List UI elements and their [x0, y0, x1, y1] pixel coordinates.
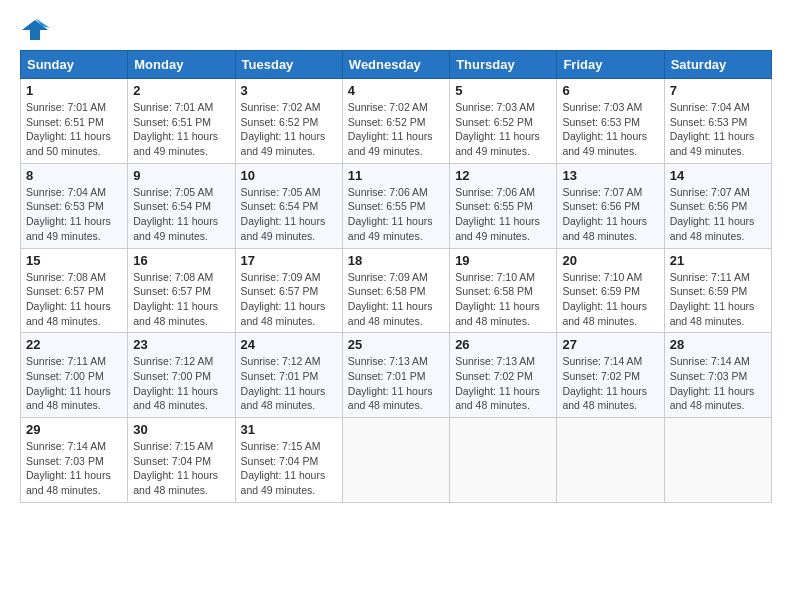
day-number: 7 — [670, 83, 766, 98]
day-info: Sunrise: 7:06 AM Sunset: 6:55 PM Dayligh… — [455, 185, 551, 244]
daylight-label: Daylight: 11 hoursand 49 minutes. — [670, 130, 755, 157]
calendar-week-row: 1 Sunrise: 7:01 AM Sunset: 6:51 PM Dayli… — [21, 79, 772, 164]
calendar-day-cell: 28 Sunrise: 7:14 AM Sunset: 7:03 PM Dayl… — [664, 333, 771, 418]
daylight-label: Daylight: 11 hoursand 49 minutes. — [133, 215, 218, 242]
day-info: Sunrise: 7:05 AM Sunset: 6:54 PM Dayligh… — [241, 185, 337, 244]
sunset-label: Sunset: 7:03 PM — [670, 370, 748, 382]
day-info: Sunrise: 7:03 AM Sunset: 6:53 PM Dayligh… — [562, 100, 658, 159]
calendar-header-row: SundayMondayTuesdayWednesdayThursdayFrid… — [21, 51, 772, 79]
day-info: Sunrise: 7:07 AM Sunset: 6:56 PM Dayligh… — [562, 185, 658, 244]
day-info: Sunrise: 7:12 AM Sunset: 7:01 PM Dayligh… — [241, 354, 337, 413]
sunrise-label: Sunrise: 7:01 AM — [26, 101, 106, 113]
day-info: Sunrise: 7:11 AM Sunset: 7:00 PM Dayligh… — [26, 354, 122, 413]
calendar-day-cell: 15 Sunrise: 7:08 AM Sunset: 6:57 PM Dayl… — [21, 248, 128, 333]
sunrise-label: Sunrise: 7:14 AM — [26, 440, 106, 452]
sunrise-label: Sunrise: 7:15 AM — [133, 440, 213, 452]
daylight-label: Daylight: 11 hoursand 48 minutes. — [133, 385, 218, 412]
day-number: 15 — [26, 253, 122, 268]
calendar-day-cell: 5 Sunrise: 7:03 AM Sunset: 6:52 PM Dayli… — [450, 79, 557, 164]
calendar-day-cell: 13 Sunrise: 7:07 AM Sunset: 6:56 PM Dayl… — [557, 163, 664, 248]
day-number: 20 — [562, 253, 658, 268]
sunrise-label: Sunrise: 7:05 AM — [241, 186, 321, 198]
sunrise-label: Sunrise: 7:08 AM — [133, 271, 213, 283]
day-number: 27 — [562, 337, 658, 352]
day-info: Sunrise: 7:02 AM Sunset: 6:52 PM Dayligh… — [241, 100, 337, 159]
daylight-label: Daylight: 11 hoursand 48 minutes. — [455, 300, 540, 327]
day-info: Sunrise: 7:13 AM Sunset: 7:02 PM Dayligh… — [455, 354, 551, 413]
daylight-label: Daylight: 11 hoursand 48 minutes. — [562, 300, 647, 327]
day-info: Sunrise: 7:15 AM Sunset: 7:04 PM Dayligh… — [241, 439, 337, 498]
day-info: Sunrise: 7:04 AM Sunset: 6:53 PM Dayligh… — [26, 185, 122, 244]
day-number: 10 — [241, 168, 337, 183]
calendar-day-cell: 31 Sunrise: 7:15 AM Sunset: 7:04 PM Dayl… — [235, 418, 342, 503]
daylight-label: Daylight: 11 hoursand 49 minutes. — [133, 130, 218, 157]
sunrise-label: Sunrise: 7:02 AM — [241, 101, 321, 113]
day-info: Sunrise: 7:02 AM Sunset: 6:52 PM Dayligh… — [348, 100, 444, 159]
daylight-label: Daylight: 11 hoursand 48 minutes. — [670, 215, 755, 242]
logo-icon — [20, 16, 50, 44]
day-info: Sunrise: 7:09 AM Sunset: 6:58 PM Dayligh… — [348, 270, 444, 329]
sunset-label: Sunset: 6:56 PM — [670, 200, 748, 212]
day-number: 4 — [348, 83, 444, 98]
calendar-day-cell: 2 Sunrise: 7:01 AM Sunset: 6:51 PM Dayli… — [128, 79, 235, 164]
col-header-monday: Monday — [128, 51, 235, 79]
daylight-label: Daylight: 11 hoursand 48 minutes. — [241, 300, 326, 327]
sunset-label: Sunset: 6:52 PM — [348, 116, 426, 128]
empty-cell — [342, 418, 449, 503]
calendar-day-cell: 24 Sunrise: 7:12 AM Sunset: 7:01 PM Dayl… — [235, 333, 342, 418]
day-info: Sunrise: 7:04 AM Sunset: 6:53 PM Dayligh… — [670, 100, 766, 159]
sunrise-label: Sunrise: 7:01 AM — [133, 101, 213, 113]
calendar-day-cell: 19 Sunrise: 7:10 AM Sunset: 6:58 PM Dayl… — [450, 248, 557, 333]
sunset-label: Sunset: 7:01 PM — [241, 370, 319, 382]
calendar-day-cell: 20 Sunrise: 7:10 AM Sunset: 6:59 PM Dayl… — [557, 248, 664, 333]
sunrise-label: Sunrise: 7:14 AM — [670, 355, 750, 367]
col-header-thursday: Thursday — [450, 51, 557, 79]
day-info: Sunrise: 7:08 AM Sunset: 6:57 PM Dayligh… — [133, 270, 229, 329]
sunset-label: Sunset: 6:58 PM — [455, 285, 533, 297]
calendar-day-cell: 25 Sunrise: 7:13 AM Sunset: 7:01 PM Dayl… — [342, 333, 449, 418]
sunrise-label: Sunrise: 7:10 AM — [562, 271, 642, 283]
sunrise-label: Sunrise: 7:06 AM — [348, 186, 428, 198]
calendar-week-row: 29 Sunrise: 7:14 AM Sunset: 7:03 PM Dayl… — [21, 418, 772, 503]
svg-marker-0 — [22, 20, 48, 40]
sunset-label: Sunset: 7:04 PM — [133, 455, 211, 467]
daylight-label: Daylight: 11 hoursand 48 minutes. — [562, 215, 647, 242]
sunrise-label: Sunrise: 7:12 AM — [241, 355, 321, 367]
col-header-tuesday: Tuesday — [235, 51, 342, 79]
day-number: 2 — [133, 83, 229, 98]
calendar-day-cell: 12 Sunrise: 7:06 AM Sunset: 6:55 PM Dayl… — [450, 163, 557, 248]
daylight-label: Daylight: 11 hoursand 49 minutes. — [348, 215, 433, 242]
sunrise-label: Sunrise: 7:06 AM — [455, 186, 535, 198]
sunset-label: Sunset: 6:51 PM — [133, 116, 211, 128]
sunrise-label: Sunrise: 7:07 AM — [562, 186, 642, 198]
sunset-label: Sunset: 6:52 PM — [241, 116, 319, 128]
calendar-day-cell: 7 Sunrise: 7:04 AM Sunset: 6:53 PM Dayli… — [664, 79, 771, 164]
day-info: Sunrise: 7:05 AM Sunset: 6:54 PM Dayligh… — [133, 185, 229, 244]
day-info: Sunrise: 7:13 AM Sunset: 7:01 PM Dayligh… — [348, 354, 444, 413]
calendar-day-cell: 14 Sunrise: 7:07 AM Sunset: 6:56 PM Dayl… — [664, 163, 771, 248]
sunrise-label: Sunrise: 7:09 AM — [241, 271, 321, 283]
daylight-label: Daylight: 11 hoursand 50 minutes. — [26, 130, 111, 157]
day-number: 8 — [26, 168, 122, 183]
sunset-label: Sunset: 7:00 PM — [26, 370, 104, 382]
day-number: 29 — [26, 422, 122, 437]
daylight-label: Daylight: 11 hoursand 48 minutes. — [26, 385, 111, 412]
calendar-day-cell: 3 Sunrise: 7:02 AM Sunset: 6:52 PM Dayli… — [235, 79, 342, 164]
daylight-label: Daylight: 11 hoursand 48 minutes. — [670, 385, 755, 412]
calendar-day-cell: 30 Sunrise: 7:15 AM Sunset: 7:04 PM Dayl… — [128, 418, 235, 503]
sunrise-label: Sunrise: 7:04 AM — [26, 186, 106, 198]
sunrise-label: Sunrise: 7:02 AM — [348, 101, 428, 113]
daylight-label: Daylight: 11 hoursand 49 minutes. — [455, 215, 540, 242]
calendar-day-cell: 18 Sunrise: 7:09 AM Sunset: 6:58 PM Dayl… — [342, 248, 449, 333]
sunrise-label: Sunrise: 7:03 AM — [562, 101, 642, 113]
day-number: 31 — [241, 422, 337, 437]
day-number: 26 — [455, 337, 551, 352]
day-number: 9 — [133, 168, 229, 183]
sunset-label: Sunset: 6:54 PM — [133, 200, 211, 212]
day-number: 5 — [455, 83, 551, 98]
day-number: 11 — [348, 168, 444, 183]
calendar-day-cell: 22 Sunrise: 7:11 AM Sunset: 7:00 PM Dayl… — [21, 333, 128, 418]
sunset-label: Sunset: 7:02 PM — [562, 370, 640, 382]
calendar-day-cell: 17 Sunrise: 7:09 AM Sunset: 6:57 PM Dayl… — [235, 248, 342, 333]
sunset-label: Sunset: 6:54 PM — [241, 200, 319, 212]
